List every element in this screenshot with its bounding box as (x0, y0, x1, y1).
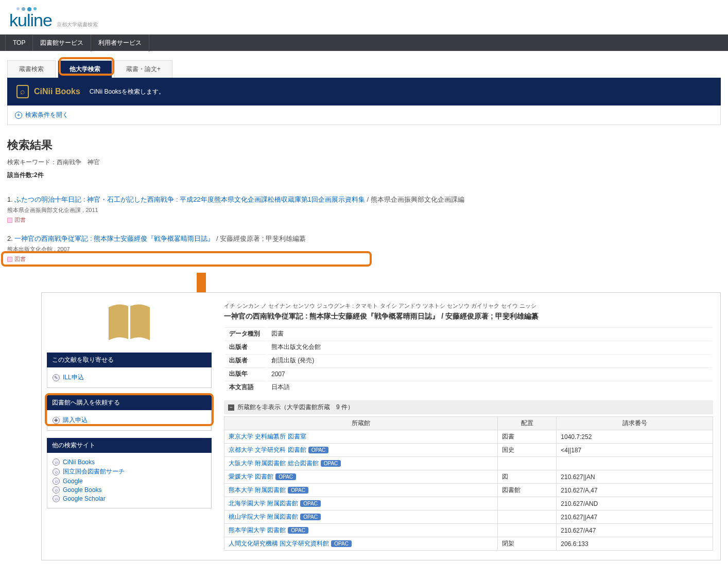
nav-user-services[interactable]: 利用者サービス (91, 34, 149, 51)
magnify-icon: ⌕ (53, 459, 60, 466)
results-heading: 検索結果 (7, 137, 721, 153)
tab-articles[interactable]: 蔵書・論文+ (114, 60, 172, 78)
callno-cell: 210.627/A47 (557, 524, 713, 537)
table-row: 京都大学 文学研究科 図書館OPAC国史<4||187 (224, 444, 713, 457)
ill-request-link[interactable]: ✎ILL申込 (53, 373, 206, 382)
library-link[interactable]: 愛媛大学 図書館 (229, 473, 273, 480)
sidebar-other-sites-section: 他の検索サイト ⌕CiNii Books⌕国立国会図書館サーチ⌕Google⌕G… (47, 438, 212, 508)
nav-library-services[interactable]: 図書館サービス (33, 34, 91, 51)
location-cell: 図書 (498, 430, 557, 444)
library-link[interactable]: 京都大学 文学研究科 図書館 (229, 446, 306, 453)
callno-cell: 210.627/AND (557, 497, 713, 510)
cart-icon: ✚ (53, 417, 60, 424)
location-cell (498, 457, 557, 470)
opac-badge[interactable]: OPAC (275, 473, 296, 480)
holdings-toggle[interactable]: − 所蔵館を非表示（大学図書館所蔵 9 件） (224, 400, 713, 414)
document-icon: ✎ (53, 374, 60, 381)
table-row: 北海学園大学 附属図書館OPAC210.627/AND (224, 497, 713, 510)
callno-cell: <4||187 (557, 444, 713, 457)
result-number: 2. (7, 235, 14, 242)
library-link[interactable]: 北海学園大学 附属図書館 (229, 500, 298, 507)
location-cell: 国史 (498, 444, 557, 457)
opac-badge[interactable]: OPAC (308, 447, 329, 453)
logo-text: kuline (9, 10, 52, 30)
result-title-link[interactable]: ふたつの明治十年日記 : 神官・石工が記した西南戦争 : 平成22年度熊本県文化… (14, 196, 365, 203)
library-link[interactable]: 東京大学 史料編纂所 図書室 (229, 433, 306, 440)
result-publisher: 熊本県企画振興部文化企画課 , 2011 (7, 206, 721, 214)
results-keyword: 検索キーワード：西南戦争 神官 (7, 158, 721, 167)
tab-other-univ-search[interactable]: 他大学検索 (58, 60, 112, 78)
location-cell (498, 497, 557, 510)
callno-cell: 210.627/A,47 (557, 484, 713, 497)
result-author: / 安藤經俊原著 ; 甲斐利雄編纂 (216, 235, 306, 242)
col-location: 配置 (498, 417, 557, 430)
opac-badge[interactable]: OPAC (288, 487, 308, 494)
expand-label: 検索条件を開く (25, 111, 68, 119)
external-search-link[interactable]: ⌕Google Scholar (53, 495, 206, 502)
library-link[interactable]: 人間文化研究機構 国文学研究資料館 (229, 540, 329, 547)
table-row: 愛媛大学 図書館OPAC図210.627||AN (224, 470, 713, 484)
title-reading: イチ シンカン ノ セイナン センソウ ジュウグンキ : クマモト タイシ アン… (224, 302, 713, 310)
sidebar-purchase-header: 図書館へ購入を依頼する (47, 395, 212, 410)
callno-cell: 210.627||A47 (557, 510, 713, 524)
sidebar-request-header: この文献を取り寄せる (47, 353, 212, 367)
top-nav: TOP 図書館サービス 利用者サービス (0, 34, 728, 51)
book-icon (47, 302, 212, 343)
table-row: 人間文化研究機構 国文学研究資料館OPAC閉架206.6:133 (224, 537, 713, 551)
location-cell (498, 524, 557, 537)
library-link[interactable]: 熊本大学 附属図書館 (229, 486, 286, 494)
sidebar-request-section: この文献を取り寄せる ✎ILL申込 (47, 353, 212, 388)
holdings-table: 所蔵館 配置 請求番号 東京大学 史料編纂所 図書室図書1040.7:252京都… (224, 416, 713, 551)
expand-search-conditions[interactable]: + 検索条件を開く (7, 105, 721, 125)
external-search-link[interactable]: ⌕CiNii Books (53, 459, 206, 466)
table-row: 熊本学園大学 図書館OPAC210.627/A47 (224, 524, 713, 537)
logo-area: kuline 京都大学蔵書検索 (0, 0, 728, 34)
library-link[interactable]: 大阪大学 附属図書館 総合図書館 (229, 460, 319, 467)
opac-badge[interactable]: OPAC (300, 514, 321, 520)
holdings-header-label: 所蔵館を非表示（大学図書館所蔵 9 件） (237, 403, 354, 412)
plus-icon: + (15, 112, 22, 119)
result-item-1: 1. ふたつの明治十年日記 : 神官・石工が記した西南戦争 : 平成22年度熊本… (7, 195, 721, 224)
external-search-link[interactable]: ⌕Google Books (53, 486, 206, 494)
magnify-icon: ⌕ (53, 486, 60, 494)
callno-cell (557, 457, 713, 470)
opac-badge[interactable]: OPAC (300, 500, 321, 507)
search-tabs: 蔵書検索 他大学検索 蔵書・論文+ (7, 60, 721, 78)
result-type: 図書 (7, 216, 721, 224)
search-books-icon: ⌕ (16, 85, 29, 98)
location-cell: 閉架 (498, 537, 557, 551)
opac-badge[interactable]: OPAC (288, 527, 308, 534)
nav-top[interactable]: TOP (5, 35, 33, 50)
external-search-link[interactable]: ⌕国立国会図書館サーチ (53, 467, 206, 476)
result-publisher: 熊本出版文化会館 , 2007 (7, 245, 721, 253)
location-cell: 図 (498, 470, 557, 484)
location-cell (498, 510, 557, 524)
detail-panel: この文献を取り寄せる ✎ILL申込 図書館へ購入を依頼する ✚購入申込 他の検索… (41, 292, 721, 560)
cinii-description: CiNii Booksを検索します。 (90, 87, 165, 96)
table-row: 熊本大学 附属図書館OPAC図書館210.627/A,47 (224, 484, 713, 497)
opac-badge[interactable]: OPAC (321, 460, 341, 467)
result-title-link[interactable]: 一神官の西南戦争従軍記 : 熊本隊士安藤經俊『戦争概畧晴雨日誌』 (14, 235, 214, 242)
search-results: 検索結果 検索キーワード：西南戦争 神官 該当件数:2件 1. ふたつの明治十年… (7, 137, 721, 263)
results-count: 該当件数:2件 (7, 171, 721, 180)
col-callno: 請求番号 (557, 417, 713, 430)
magnify-icon: ⌕ (53, 468, 60, 476)
result-type: 図書 (7, 255, 721, 263)
tab-local-search[interactable]: 蔵書検索 (7, 60, 56, 78)
logo-dots (16, 7, 719, 11)
callno-cell: 206.6:133 (557, 537, 713, 551)
library-link[interactable]: 桃山学院大学 附属図書館 (229, 513, 298, 520)
metadata-table: データ種別図書 出版者熊本出版文化会館 出版者創流出版 (発売) 出版年2007… (224, 326, 713, 394)
callno-cell: 1040.7:252 (557, 430, 713, 444)
result-item-2: 2. 一神官の西南戦争従軍記 : 熊本隊士安藤經俊『戦争概畧晴雨日誌』 / 安藤… (7, 234, 721, 263)
library-link[interactable]: 熊本学園大学 図書館 (229, 526, 286, 534)
logo-subtitle: 京都大学蔵書検索 (57, 22, 98, 27)
table-row: 東京大学 史料編纂所 図書室図書1040.7:252 (224, 430, 713, 444)
detail-title: 一神官の西南戦争従軍記 : 熊本隊士安藤經俊『戦争概畧晴雨日誌』 / 安藤經俊原… (224, 312, 713, 321)
sidebar-other-header: 他の検索サイト (47, 438, 212, 453)
opac-badge[interactable]: OPAC (331, 540, 352, 547)
purchase-request-link[interactable]: ✚購入申込 (53, 416, 206, 425)
external-search-link[interactable]: ⌕Google (53, 478, 206, 485)
minus-icon: − (228, 404, 234, 411)
location-cell: 図書館 (498, 484, 557, 497)
